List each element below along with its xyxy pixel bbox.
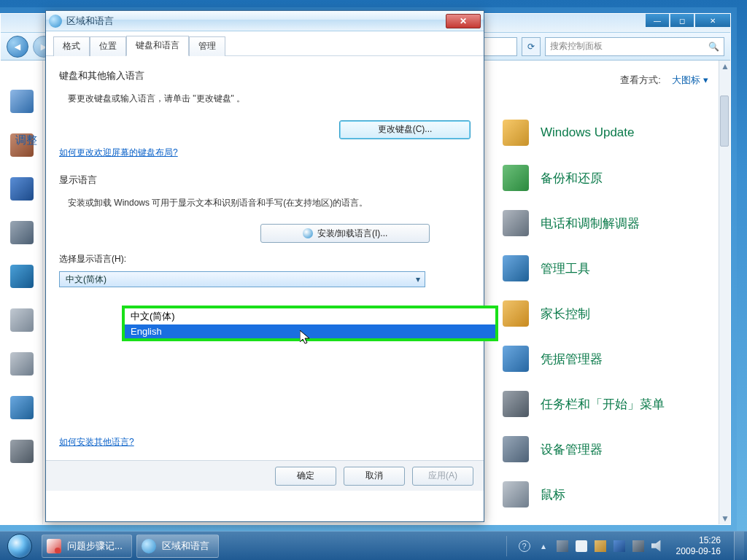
windows-update-icon — [503, 120, 529, 146]
category-icon[interactable] — [10, 221, 34, 244]
scrollbar[interactable]: ▲ ▼ — [719, 61, 730, 524]
dialog-title: 区域和语言 — [66, 15, 114, 28]
cancel-label: 取消 — [365, 470, 383, 482]
category-icon[interactable] — [10, 90, 34, 113]
tab-keyboard-language[interactable]: 键盘和语言 — [126, 36, 189, 56]
network-icon[interactable] — [632, 540, 644, 552]
taskbar-button-label: 区域和语言 — [162, 540, 209, 553]
view-value: 大图标 — [672, 74, 700, 85]
cp-item[interactable]: Windows Update — [503, 110, 710, 155]
mouse-icon — [503, 481, 529, 508]
taskbar-button[interactable]: 问题步骤记... — [42, 534, 132, 558]
cp-item-label: 管理工具 — [541, 260, 590, 277]
region-language-dialog: 区域和语言 ✕ 格式 位置 键盘和语言 管理 键盘和其他输入语言 要更改键盘或输… — [45, 10, 484, 522]
cp-item-label: 任务栏和「开始」菜单 — [541, 396, 665, 413]
cp-item-label: 设备管理器 — [541, 441, 603, 458]
cancel-button[interactable]: 取消 — [344, 467, 405, 486]
cp-item-label: 家长控制 — [541, 306, 590, 322]
parental-controls-icon — [503, 300, 529, 327]
category-icon[interactable] — [10, 177, 34, 201]
view-label: 查看方式: — [620, 74, 661, 85]
cp-item[interactable]: 设备管理器 — [503, 427, 710, 472]
volume-icon[interactable] — [651, 540, 663, 552]
cp-item-label: Windows Update — [541, 125, 635, 140]
display-language-combobox[interactable]: 中文(简体) ▾ — [59, 271, 425, 287]
taskbar-button[interactable]: 区域和语言 — [136, 534, 219, 558]
chevron-down-icon: ▾ — [703, 74, 708, 85]
dialog-content: 键盘和其他输入语言 要更改键盘或输入语言，请单击 "更改键盘" 。 更改键盘(C… — [46, 56, 484, 491]
view-switcher[interactable]: 查看方式: 大图标 ▾ — [620, 74, 708, 87]
clock-date: 2009-09-16 — [676, 546, 721, 557]
dialog-tabs: 格式 位置 键盘和语言 管理 — [46, 31, 484, 56]
dropdown-option[interactable]: 中文(简体) — [125, 308, 495, 324]
tab-admin[interactable]: 管理 — [189, 36, 225, 56]
scroll-down-icon[interactable]: ▼ — [719, 513, 730, 524]
welcome-layout-link[interactable]: 如何更改欢迎屏幕的键盘布局? — [59, 147, 178, 158]
category-icon[interactable] — [10, 440, 34, 463]
dropdown-option[interactable]: English — [125, 324, 495, 338]
show-desktop-button[interactable] — [734, 532, 744, 561]
left-heading: 调整 — [15, 133, 37, 147]
start-orb-icon — [7, 534, 32, 559]
backup-icon — [503, 165, 529, 191]
close-button[interactable]: ✕ — [695, 14, 730, 27]
divider — [506, 536, 507, 556]
taskbar-clock[interactable]: 15:26 2009-09-16 — [670, 535, 727, 557]
tab-location[interactable]: 位置 — [90, 36, 126, 56]
cp-item[interactable]: 鼠标 — [503, 472, 710, 517]
select-display-language-label: 选择显示语言(H): — [59, 253, 471, 265]
taskbar-button-label: 问题步骤记... — [67, 540, 123, 553]
tray-chevron-icon[interactable]: ▴ — [538, 540, 549, 552]
start-button[interactable] — [0, 532, 39, 561]
tray-icon[interactable] — [557, 540, 568, 552]
cp-item-label: 备份和还原 — [541, 170, 603, 187]
back-button[interactable]: ◄ — [7, 36, 28, 58]
cp-item[interactable]: 管理工具 — [503, 246, 710, 291]
search-input[interactable]: 搜索控制面板 🔍 — [545, 37, 724, 56]
tray-icon[interactable] — [614, 540, 625, 552]
tab-format[interactable]: 格式 — [53, 36, 90, 56]
admin-tools-icon — [503, 255, 529, 281]
search-placeholder: 搜索控制面板 — [550, 40, 603, 52]
refresh-button[interactable]: ⟳ — [522, 37, 541, 56]
globe-icon — [49, 15, 62, 28]
scroll-up-icon[interactable]: ▲ — [719, 61, 730, 72]
cp-item[interactable]: 任务栏和「开始」菜单 — [503, 381, 710, 427]
install-uninstall-label: 安装/卸载语言(I)... — [317, 228, 388, 240]
cp-item[interactable]: 备份和还原 — [503, 155, 710, 201]
cp-item-label: 凭据管理器 — [541, 351, 603, 368]
tray-icon[interactable] — [595, 540, 606, 552]
ok-button[interactable]: 确定 — [275, 467, 336, 486]
search-icon: 🔍 — [708, 42, 719, 52]
dialog-close-button[interactable]: ✕ — [446, 14, 481, 28]
category-icon[interactable] — [10, 308, 34, 332]
cp-item-label: 电话和调制解调器 — [541, 215, 640, 232]
display-language-dropdown[interactable]: 中文(简体) English — [122, 306, 498, 341]
category-icon[interactable] — [10, 396, 34, 419]
install-uninstall-languages-button[interactable]: 安装/卸载语言(I)... — [260, 224, 430, 243]
system-tray: ? ▴ 15:26 2009-09-16 — [499, 532, 747, 560]
category-icon[interactable] — [10, 265, 34, 288]
keyboard-group-text: 要更改键盘或输入语言，请单击 "更改键盘" 。 — [59, 88, 471, 116]
change-keyboard-button[interactable]: 更改键盘(C)... — [339, 120, 471, 139]
action-center-icon[interactable] — [576, 540, 587, 552]
change-keyboard-label: 更改键盘(C)... — [378, 123, 433, 136]
phone-modem-icon — [503, 210, 529, 236]
taskbar: 问题步骤记... 区域和语言 ? ▴ 15:26 2009-09-16 — [0, 531, 747, 560]
dialog-button-row: 确定 取消 应用(A) — [46, 460, 484, 491]
cp-item[interactable]: 家长控制 — [503, 291, 710, 336]
scroll-thumb[interactable] — [720, 96, 729, 147]
minimize-button[interactable]: — — [646, 14, 669, 27]
chevron-down-icon: ▾ — [416, 274, 420, 284]
shield-icon — [303, 228, 313, 238]
help-icon[interactable]: ? — [519, 540, 530, 552]
taskbar-start-icon — [503, 391, 529, 417]
maximize-button[interactable]: ◻ — [670, 14, 694, 27]
install-other-languages-link[interactable]: 如何安装其他语言? — [59, 436, 134, 448]
category-icon[interactable] — [10, 352, 34, 376]
apply-button[interactable]: 应用(A) — [412, 467, 473, 486]
cp-item[interactable]: 电话和调制解调器 — [503, 201, 710, 246]
cp-item[interactable]: 凭据管理器 — [503, 336, 710, 381]
dialog-titlebar[interactable]: 区域和语言 ✕ — [46, 11, 484, 31]
device-manager-icon — [503, 436, 529, 462]
